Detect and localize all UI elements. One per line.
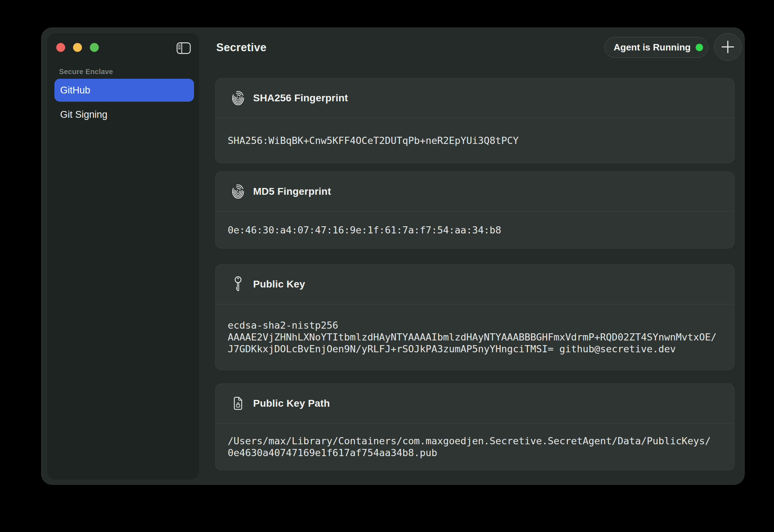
card-body: /Users/max/Library/Containers/com.maxgoe… xyxy=(216,423,734,470)
agent-status-label: Agent is Running xyxy=(614,42,691,53)
sidebar: Secure Enclave GitHub Git Signing xyxy=(47,33,200,480)
page-title: Secretive xyxy=(216,41,267,54)
card-title: Public Key xyxy=(253,279,305,290)
fingerprint-icon xyxy=(231,91,245,106)
fingerprint-icon xyxy=(231,184,245,199)
public-key-path-value: /Users/max/Library/Containers/com.maxgoe… xyxy=(228,435,711,459)
agent-status-badge[interactable]: Agent is Running xyxy=(604,37,708,58)
agent-running-dot xyxy=(696,44,703,51)
card-header: Public Key Path xyxy=(216,384,734,423)
card-body: ecdsa-sha2-nistp256 AAAAE2VjZHNhLXNoYTIt… xyxy=(216,304,734,370)
traffic-lights xyxy=(56,43,99,52)
sidebar-item-github[interactable]: GitHub xyxy=(54,79,194,102)
md5-fingerprint-value: 0e:46:30:a4:07:47:16:9e:1f:61:7a:f7:54:a… xyxy=(228,224,501,236)
sidebar-toggle-icon xyxy=(176,42,192,54)
sha256-fingerprint-value: SHA256:WiBqBK+Cnw5KFF4OCeT2DUTqPb+neR2Ep… xyxy=(228,135,519,146)
sidebar-item-label: GitHub xyxy=(60,85,90,96)
card-title: SHA256 Fingerprint xyxy=(253,92,348,104)
card-public-key-path: Public Key Path /Users/max/Library/Conta… xyxy=(215,383,735,470)
card-header: SHA256 Fingerprint xyxy=(216,78,734,118)
close-button[interactable] xyxy=(56,43,65,52)
key-icon xyxy=(231,276,245,292)
plus-icon xyxy=(720,39,735,54)
public-key-value: ecdsa-sha2-nistp256 AAAAE2VjZHNhLXNoYTIt… xyxy=(228,319,716,355)
sidebar-item-label: Git Signing xyxy=(60,109,107,120)
card-title: MD5 Fingerprint xyxy=(253,186,331,197)
card-public-key: Public Key ecdsa-sha2-nistp256 AAAAE2VjZ… xyxy=(215,264,735,370)
card-sha256-fingerprint: SHA256 Fingerprint SHA256:WiBqBK+Cnw5KFF… xyxy=(215,78,735,163)
sidebar-toggle-button[interactable] xyxy=(176,42,192,54)
desktop: Secure Enclave GitHub Git Signing Secret… xyxy=(0,0,774,532)
card-body: SHA256:WiBqBK+Cnw5KFF4OCeT2DUTqPb+neR2Ep… xyxy=(216,118,734,163)
add-secret-button[interactable] xyxy=(714,33,742,61)
card-title: Public Key Path xyxy=(253,398,330,409)
card-body: 0e:46:30:a4:07:47:16:9e:1f:61:7a:f7:54:a… xyxy=(216,211,734,248)
card-header: MD5 Fingerprint xyxy=(216,172,734,211)
sidebar-section-header: Secure Enclave xyxy=(59,68,113,76)
card-md5-fingerprint: MD5 Fingerprint 0e:46:30:a4:07:47:16:9e:… xyxy=(215,171,735,248)
app-window: Secure Enclave GitHub Git Signing Secret… xyxy=(41,28,745,485)
sidebar-item-git-signing[interactable]: Git Signing xyxy=(54,105,194,125)
zoom-button[interactable] xyxy=(90,43,99,52)
card-header: Public Key xyxy=(216,265,734,304)
doc-lock-icon xyxy=(231,397,245,410)
minimize-button[interactable] xyxy=(73,43,82,52)
